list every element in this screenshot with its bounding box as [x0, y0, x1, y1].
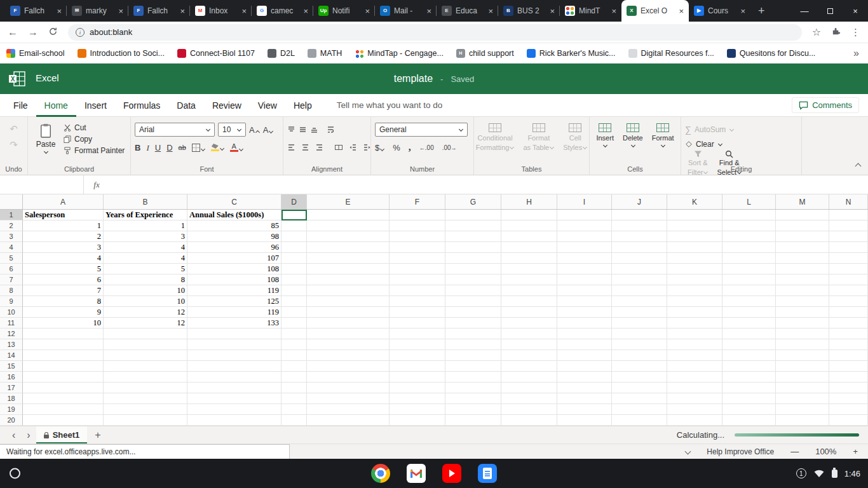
browser-tab-cours[interactable]: ▶Cours×: [689, 0, 750, 22]
cell-F11[interactable]: [390, 318, 445, 329]
cell-C4[interactable]: 96: [187, 242, 281, 253]
strikethrough-button[interactable]: ab: [179, 144, 186, 151]
cell-N17[interactable]: [829, 383, 868, 393]
cell-A9[interactable]: 8: [23, 296, 104, 307]
cell-G12[interactable]: [445, 329, 501, 339]
cell-H15[interactable]: [501, 361, 557, 372]
cell-M5[interactable]: [776, 253, 829, 264]
cell-F12[interactable]: [390, 329, 445, 339]
grow-font-button[interactable]: A: [249, 126, 260, 134]
collapse-ribbon-icon[interactable]: [855, 163, 862, 170]
zoom-level[interactable]: 100%: [815, 447, 836, 456]
column-header-N[interactable]: N: [829, 194, 868, 209]
new-tab-button[interactable]: +: [758, 4, 765, 18]
cell-A15[interactable]: [23, 361, 104, 372]
cell-H7[interactable]: [501, 274, 557, 285]
cell-I20[interactable]: [557, 415, 612, 426]
cell-B18[interactable]: [104, 393, 187, 404]
cell-E18[interactable]: [307, 393, 390, 404]
youtube-icon[interactable]: [442, 464, 461, 483]
align-right-button[interactable]: [315, 144, 323, 151]
cell-F13[interactable]: [390, 339, 445, 350]
cell-B5[interactable]: 4: [104, 253, 187, 264]
cell-J14[interactable]: [612, 350, 667, 361]
row-header-2[interactable]: 2: [0, 220, 23, 231]
cell-C20[interactable]: [187, 415, 281, 426]
undo-button[interactable]: ↶: [10, 123, 18, 135]
cell-A18[interactable]: [23, 393, 104, 404]
cell-L10[interactable]: [722, 307, 776, 318]
cell-H3[interactable]: [501, 231, 557, 242]
cell-D19[interactable]: [281, 404, 307, 415]
cell-E13[interactable]: [307, 339, 390, 350]
row-header-8[interactable]: 8: [0, 285, 23, 296]
fill-color-button[interactable]: [211, 144, 224, 151]
row-header-12[interactable]: 12: [0, 329, 23, 339]
cell-G15[interactable]: [445, 361, 501, 372]
cell-M9[interactable]: [776, 296, 829, 307]
cell-M13[interactable]: [776, 339, 829, 350]
cell-N15[interactable]: [829, 361, 868, 372]
cell-F7[interactable]: [390, 274, 445, 285]
cell-M4[interactable]: [776, 242, 829, 253]
align-bottom-button[interactable]: [310, 126, 318, 133]
cut-button[interactable]: Cut: [64, 123, 126, 132]
cell-H14[interactable]: [501, 350, 557, 361]
cell-G19[interactable]: [445, 404, 501, 415]
docs-icon[interactable]: [478, 464, 497, 483]
row-header-20[interactable]: 20: [0, 415, 23, 426]
cell-J8[interactable]: [612, 285, 667, 296]
bookmark-email-school[interactable]: Email-school: [6, 49, 65, 58]
cell-G20[interactable]: [445, 415, 501, 426]
format-cells-button[interactable]: Format: [649, 122, 677, 148]
row-header-16[interactable]: 16: [0, 372, 23, 383]
bookmark-math[interactable]: MATH: [308, 49, 342, 58]
menu-file[interactable]: File: [5, 94, 36, 117]
cell-J15[interactable]: [612, 361, 667, 372]
column-header-C[interactable]: C: [187, 194, 281, 209]
url-text[interactable]: about:blank: [90, 27, 132, 37]
cell-M17[interactable]: [776, 383, 829, 393]
cell-H2[interactable]: [501, 220, 557, 231]
comma-format-button[interactable]: ,: [409, 142, 411, 152]
cell-D4[interactable]: [281, 242, 307, 253]
cell-M10[interactable]: [776, 307, 829, 318]
row-header-3[interactable]: 3: [0, 231, 23, 242]
tab-close-icon[interactable]: ×: [611, 6, 616, 16]
cell-I11[interactable]: [557, 318, 612, 329]
cell-F14[interactable]: [390, 350, 445, 361]
cell-A4[interactable]: 3: [23, 242, 104, 253]
cell-A16[interactable]: [23, 372, 104, 383]
double-underline-button[interactable]: D: [166, 144, 172, 152]
menu-formulas[interactable]: Formulas: [115, 94, 168, 117]
cell-D12[interactable]: [281, 329, 307, 339]
conditional-formatting-button[interactable]: Conditional Formatting: [473, 122, 517, 152]
cell-A20[interactable]: [23, 415, 104, 426]
minimize-button[interactable]: —: [792, 6, 817, 16]
cell-N18[interactable]: [829, 393, 868, 404]
cell-M8[interactable]: [776, 285, 829, 296]
cell-G3[interactable]: [445, 231, 501, 242]
cell-D1[interactable]: [281, 210, 307, 220]
row-header-4[interactable]: 4: [0, 242, 23, 253]
menu-insert[interactable]: Insert: [76, 94, 115, 117]
wrap-text-button[interactable]: [327, 126, 335, 133]
cell-M11[interactable]: [776, 318, 829, 329]
copy-button[interactable]: Copy: [64, 135, 126, 144]
cell-L18[interactable]: [722, 393, 776, 404]
bookmarks-overflow-icon[interactable]: »: [853, 48, 868, 59]
tell-me-box[interactable]: Tell me what you want to do: [337, 100, 443, 110]
cell-B3[interactable]: 3: [104, 231, 187, 242]
cell-I17[interactable]: [557, 383, 612, 393]
cell-A12[interactable]: [23, 329, 104, 339]
row-header-18[interactable]: 18: [0, 393, 23, 404]
cell-F10[interactable]: [390, 307, 445, 318]
cell-I13[interactable]: [557, 339, 612, 350]
cell-L17[interactable]: [722, 383, 776, 393]
tab-close-icon[interactable]: ×: [550, 6, 555, 16]
cell-B15[interactable]: [104, 361, 187, 372]
cell-N10[interactable]: [829, 307, 868, 318]
cell-N12[interactable]: [829, 329, 868, 339]
browser-menu-icon[interactable]: ⋮: [851, 27, 860, 38]
cell-G11[interactable]: [445, 318, 501, 329]
